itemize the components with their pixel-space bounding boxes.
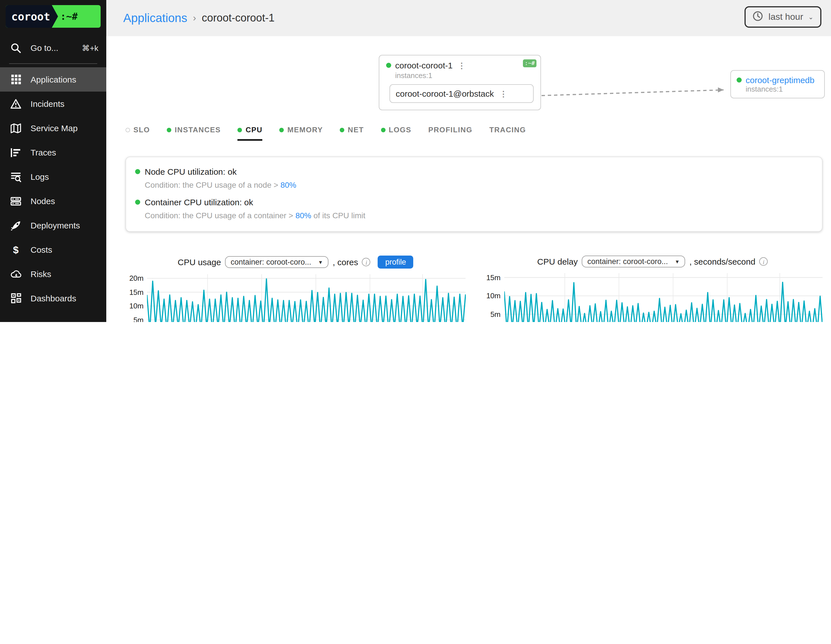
service-map-panel: :~# coroot-coroot-1 ⋮ instances:1 coroot… [106, 36, 831, 126]
goto-label: Go to... [30, 43, 58, 53]
cpu-status-panel: Node CPU utilization: ok Condition: the … [126, 156, 823, 232]
tab-status-dot-green [238, 128, 242, 132]
coroot-logo: coroot :~# [6, 5, 100, 28]
dep-card-coroot-greptimedb: coroot-greptimedb instances:1 [731, 70, 825, 98]
instance-coroot-coroot-1-orbstack[interactable]: coroot-coroot-1@orbstack ⋮ [390, 84, 534, 103]
selector-value: container: coroot-coro... [231, 258, 311, 266]
check-threshold: 80% [280, 180, 296, 190]
kebab-menu-icon[interactable]: ⋮ [457, 61, 466, 70]
tab-label: PROFILING [428, 126, 472, 134]
status-check-container-cpu: Container CPU utilization: ok Condition:… [135, 197, 813, 220]
sidebar-item-label: Deployments [30, 220, 80, 230]
tab-slo[interactable]: SLO [126, 126, 150, 139]
dep-card-link[interactable]: coroot-greptimedb [746, 75, 814, 85]
sidebar-item-label: Traces [30, 148, 56, 157]
chart-unit-suffix: , seconds/second [689, 257, 756, 266]
dashboards-icon [10, 293, 21, 304]
sidebar-item-dashboards[interactable]: Dashboards [0, 286, 106, 311]
time-range-label: last hour [769, 12, 803, 22]
tab-instances[interactable]: INSTANCES [167, 126, 221, 139]
goto-search[interactable]: Go to... ⌘+k [0, 36, 106, 60]
cpu_usage-selector-dropdown[interactable]: container: coroot-coro...▼ [225, 256, 329, 268]
page-header: Applications › coroot-coroot-1 last hour… [106, 0, 831, 36]
tab-status-dot-green [340, 128, 344, 132]
y-axis: 0m5m10m15m20m [126, 274, 147, 322]
dollar-icon: $ [10, 244, 21, 255]
sidebar: coroot :~# Go to... ⌘+k Applications Inc… [0, 0, 106, 322]
tab-status-dot-empty [126, 128, 130, 132]
profile-button[interactable]: profile [378, 255, 414, 269]
search-icon [10, 42, 21, 53]
traces-icon [10, 147, 21, 158]
info-icon[interactable]: i [362, 258, 371, 266]
sidebar-item-applications[interactable]: Applications [0, 67, 106, 92]
breadcrumb-applications-link[interactable]: Applications [123, 11, 187, 25]
tab-cpu[interactable]: CPU [238, 126, 263, 141]
status-dot-green [135, 199, 140, 205]
app-card-title: coroot-coroot-1 [395, 61, 452, 70]
sidebar-item-label: Dashboards [30, 293, 76, 303]
y-tick-label: 5m [134, 316, 143, 322]
app-card-instances: instances:1 [395, 71, 534, 80]
selector-value: container: coroot-coro... [587, 257, 668, 266]
y-tick-label: 10m [129, 302, 143, 310]
status-dot-green [737, 78, 742, 83]
app-card-coroot-coroot-1: :~# coroot-coroot-1 ⋮ instances:1 coroot… [379, 55, 541, 110]
y-tick-label: 15m [486, 273, 501, 282]
tab-logs[interactable]: LOGS [381, 126, 411, 139]
rocket-icon [10, 220, 21, 231]
caret-down-icon: ▼ [318, 259, 323, 265]
sidebar-item-service-map[interactable]: Service Map [0, 116, 106, 140]
status-check-node-cpu: Node CPU utilization: ok Condition: the … [135, 167, 813, 190]
logs-icon [10, 171, 21, 182]
sidebar-item-incidents[interactable]: Incidents [0, 92, 106, 116]
sidebar-item-risks[interactable]: Risks [0, 262, 106, 286]
cpu-delay-chart: CPU delaycontainer: coroot-coro...▼, sec… [482, 255, 823, 322]
y-tick-label: 20m [129, 274, 143, 283]
sidebar-item-label: Incidents [30, 99, 64, 108]
tab-label: CPU [246, 126, 263, 134]
caret-down-icon: ▼ [675, 259, 680, 264]
cpu_delay-selector-dropdown[interactable]: container: coroot-coro...▼ [582, 255, 685, 268]
clock-icon [753, 10, 763, 24]
chart-title: CPU usage [178, 257, 221, 267]
tab-net[interactable]: NET [340, 126, 364, 139]
check-title: Node CPU utilization: ok [145, 167, 237, 176]
breadcrumb: Applications › coroot-coroot-1 [123, 0, 275, 36]
check-threshold: 80% [295, 211, 311, 220]
tab-label: NET [348, 126, 364, 134]
sidebar-item-label: Nodes [30, 196, 55, 206]
charts-grid: CPU usagecontainer: coroot-coro...▼, cor… [126, 255, 823, 322]
kebab-menu-icon[interactable]: ⋮ [498, 89, 508, 98]
check-title: Container CPU utilization: ok [145, 197, 253, 207]
plot-area: Jul 3116:1016:2016:3016:40 [147, 274, 465, 322]
tab-status-dot-green [167, 128, 171, 132]
sidebar-item-label: Costs [30, 245, 52, 254]
sidebar-item-nodes[interactable]: Nodes [0, 189, 106, 213]
sidebar-item-deployments[interactable]: Deployments [0, 213, 106, 238]
sidebar-item-logs[interactable]: Logs [0, 164, 106, 189]
tab-profiling[interactable]: PROFILING [428, 126, 472, 139]
tab-memory[interactable]: MEMORY [280, 126, 323, 139]
tab-label: MEMORY [287, 126, 323, 134]
breadcrumb-current: coroot-coroot-1 [202, 12, 275, 24]
plot-area: Jul 3116:1016:2016:3016:40 [504, 273, 823, 322]
info-icon[interactable]: i [759, 257, 768, 266]
map-icon [10, 123, 21, 134]
apps-grid-icon [10, 74, 21, 85]
tab-label: INSTANCES [175, 126, 221, 134]
status-dot-green [135, 169, 140, 174]
sidebar-item-costs[interactable]: $ Costs [0, 238, 106, 262]
y-tick-label: 10m [486, 292, 501, 300]
tab-label: LOGS [388, 126, 411, 134]
sidebar-divider [9, 63, 97, 64]
chart-title: CPU delay [537, 257, 578, 266]
sidebar-item-label: Risks [30, 269, 51, 279]
tab-tracing[interactable]: TRACING [489, 126, 526, 139]
warning-icon [10, 98, 21, 109]
coroot-logo-text: coroot [6, 5, 58, 28]
time-range-picker[interactable]: last hour ⌄ [745, 6, 821, 28]
sidebar-item-traces[interactable]: Traces [0, 140, 106, 164]
cpu_delay-header: CPU delaycontainer: coroot-coro...▼, sec… [482, 255, 823, 268]
chart-unit-suffix: , cores [333, 257, 358, 267]
